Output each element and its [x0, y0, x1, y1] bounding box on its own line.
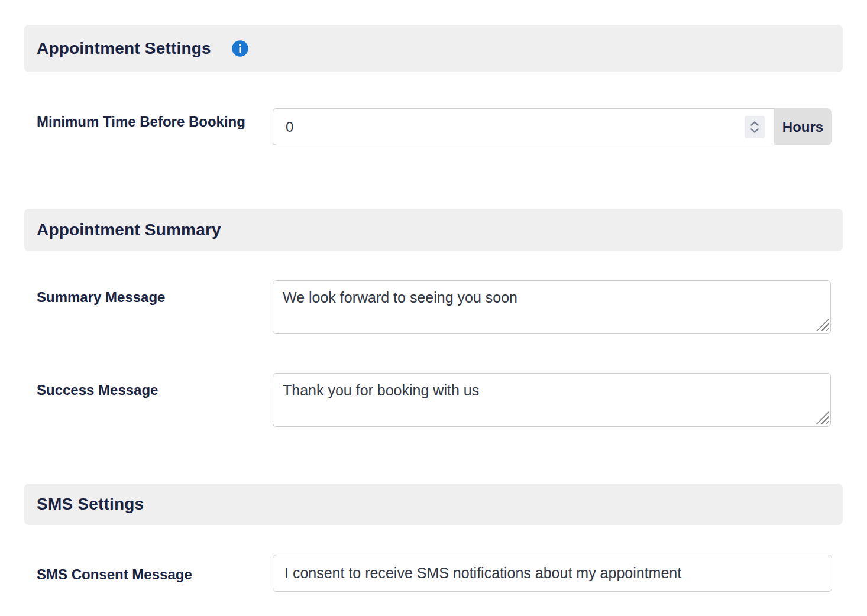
summary-message-label: Summary Message: [37, 280, 273, 308]
success-message-field: Thank you for booking with us: [273, 373, 831, 427]
min-time-input-wrap: [273, 108, 774, 145]
section-title-appointment-summary: Appointment Summary: [37, 221, 221, 239]
chevron-down-icon[interactable]: [750, 128, 759, 134]
section-header-appointment-settings: Appointment Settings: [24, 25, 843, 72]
number-stepper[interactable]: [745, 116, 765, 138]
min-time-label: Minimum Time Before Booking: [37, 108, 273, 132]
section-title-sms-settings: SMS Settings: [37, 495, 144, 514]
sms-consent-row: SMS Consent Message: [24, 555, 843, 592]
sms-consent-field: [273, 555, 832, 592]
chevron-up-icon[interactable]: [750, 121, 759, 127]
hours-unit-addon: Hours: [774, 108, 832, 145]
section-title-appointment-settings: Appointment Settings: [37, 39, 211, 58]
sms-consent-input[interactable]: [273, 555, 832, 592]
sms-consent-label: SMS Consent Message: [37, 555, 273, 585]
settings-form: Appointment Settings Minimum Time Before…: [0, 25, 867, 592]
min-time-input[interactable]: [273, 108, 774, 145]
success-message-textarea[interactable]: Thank you for booking with us: [273, 373, 831, 427]
appointment-settings-page: Appointment Settings Minimum Time Before…: [0, 0, 867, 616]
section-header-sms-settings: SMS Settings: [24, 484, 843, 525]
summary-message-field: We look forward to seeing you soon: [273, 280, 831, 334]
success-message-row: Success Message Thank you for booking wi…: [24, 373, 843, 427]
info-icon[interactable]: [231, 40, 249, 57]
min-time-row: Minimum Time Before Booking: [24, 108, 843, 145]
summary-message-row: Summary Message We look forward to seein…: [24, 280, 843, 334]
min-time-field: Hours: [273, 108, 832, 145]
section-header-appointment-summary: Appointment Summary: [24, 209, 843, 251]
summary-message-textarea[interactable]: We look forward to seeing you soon: [273, 280, 831, 334]
success-message-label: Success Message: [37, 373, 273, 401]
min-time-input-group: Hours: [273, 108, 832, 145]
